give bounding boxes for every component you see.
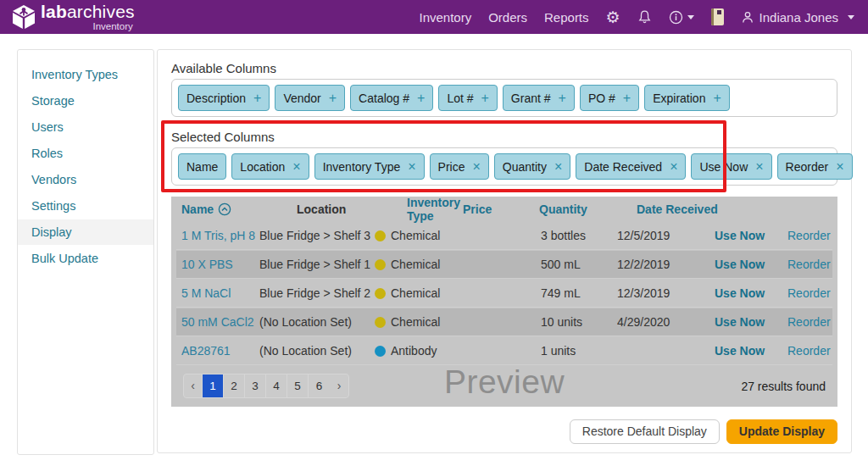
add-icon[interactable]: +	[623, 92, 631, 105]
panel-actions: Restore Default Display Update Display	[171, 419, 837, 444]
reorder-link[interactable]: Reorder	[787, 344, 838, 358]
bell-icon[interactable]	[637, 9, 652, 25]
nav-link[interactable]: Orders	[488, 10, 527, 25]
brand-subtitle: Inventory	[41, 22, 135, 32]
add-icon[interactable]: +	[417, 92, 425, 105]
chip-label: Expiration	[653, 92, 705, 105]
column-header[interactable]: Location	[297, 202, 407, 216]
add-icon[interactable]: +	[329, 92, 337, 105]
inventory-type-cell: Chemical	[375, 258, 485, 271]
location-cell: (No Location Set)	[259, 344, 375, 358]
available-columns-box: Description + Vendor + Catalog # + Lot #…	[171, 79, 837, 117]
update-display-button[interactable]: Update Display	[726, 419, 837, 444]
selected-column-chip[interactable]: Inventory Type ×	[314, 153, 425, 180]
nav-link[interactable]: Reports	[544, 10, 589, 25]
column-header[interactable]: Inventory Type	[407, 196, 463, 223]
remove-icon[interactable]: ×	[554, 160, 562, 174]
use-now-link[interactable]: Use Now	[715, 344, 787, 358]
chip-label: Lot #	[447, 92, 473, 105]
add-icon[interactable]: +	[253, 92, 261, 105]
remove-icon[interactable]: ×	[408, 160, 415, 174]
chip-label: Inventory Type	[323, 160, 401, 174]
page-button[interactable]: 6	[309, 374, 330, 397]
item-name-link[interactable]: 5 M NaCl	[181, 286, 259, 300]
page-button[interactable]: 2	[224, 374, 245, 397]
item-name-link[interactable]: 1 M Tris, pH 8	[181, 229, 259, 242]
top-bar: labarchives Inventory InventoryOrdersRep…	[0, 0, 868, 34]
reorder-link[interactable]: Reorder	[787, 315, 838, 329]
column-header[interactable]: Name	[181, 202, 297, 216]
info-menu[interactable]	[669, 10, 694, 25]
inventory-type-cell: Chemical	[375, 286, 485, 300]
use-now-link[interactable]: Use Now	[715, 286, 787, 300]
page-prev-button[interactable]: ‹	[184, 374, 203, 397]
selected-column-chip[interactable]: Use Now ×	[691, 153, 771, 180]
sort-ascending-icon[interactable]	[218, 202, 231, 216]
selected-column-chip[interactable]: Name ×	[178, 153, 226, 180]
remove-icon[interactable]: ×	[836, 160, 843, 174]
use-now-link[interactable]: Use Now	[715, 229, 787, 242]
selected-column-chip[interactable]: Price ×	[430, 153, 489, 180]
brand-name: labarchives	[41, 3, 135, 20]
user-icon	[741, 10, 754, 25]
column-header[interactable]: Quantity	[539, 202, 637, 216]
nav-link[interactable]: Inventory	[419, 10, 471, 25]
available-column-chip[interactable]: Expiration +	[644, 85, 730, 111]
remove-icon[interactable]: ×	[670, 160, 677, 174]
page-button[interactable]: 1	[203, 374, 224, 397]
chip-label: Price	[438, 160, 465, 174]
chip-label: Quantity	[503, 160, 547, 174]
sidebar-item[interactable]: Vendors	[18, 167, 153, 192]
selected-columns-box: Name × Location × Inventory Type × Price…	[171, 147, 837, 186]
sidebar-item[interactable]: Roles	[18, 141, 153, 166]
use-now-link[interactable]: Use Now	[715, 315, 787, 329]
sidebar-item[interactable]: Bulk Update	[18, 246, 153, 271]
date-received-cell: 12/3/2019	[617, 286, 715, 300]
sidebar-item[interactable]: Storage	[18, 88, 153, 114]
quantity-cell: 500 mL	[541, 258, 617, 271]
table-row: 1 M Tris, pH 8 Blue Fridge > Shelf 3 Che…	[176, 222, 832, 250]
remove-icon[interactable]: ×	[472, 160, 480, 174]
reorder-link[interactable]: Reorder	[787, 286, 838, 300]
remove-icon[interactable]: ×	[292, 160, 300, 174]
display-settings-panel: Available Columns Description + Vendor +…	[157, 49, 852, 453]
available-column-chip[interactable]: Vendor +	[275, 85, 345, 111]
add-icon[interactable]: +	[481, 92, 489, 105]
item-name-link[interactable]: 50 mM CaCl2	[181, 315, 259, 329]
available-column-chip[interactable]: Catalog # +	[350, 85, 433, 111]
available-column-chip[interactable]: Description +	[178, 85, 270, 111]
user-menu[interactable]: Indiana Jones	[741, 10, 854, 25]
sidebar-item[interactable]: Inventory Types	[18, 62, 153, 87]
selected-column-chip[interactable]: Location ×	[231, 153, 309, 180]
reorder-link[interactable]: Reorder	[787, 229, 838, 242]
reorder-link[interactable]: Reorder	[787, 258, 838, 271]
add-icon[interactable]: +	[713, 92, 721, 105]
selected-column-chip[interactable]: Reorder ×	[777, 153, 853, 180]
notebook-icon[interactable]	[711, 8, 724, 25]
item-name-link[interactable]: 10 X PBS	[181, 258, 259, 271]
item-name-link[interactable]: AB28761	[181, 344, 259, 358]
sidebar-item[interactable]: Display	[18, 219, 153, 245]
remove-icon[interactable]: ×	[755, 160, 763, 174]
sidebar-item[interactable]: Settings	[18, 193, 153, 219]
table-row: AB28761 (No Location Set) Antibody 1 uni…	[176, 337, 832, 365]
available-column-chip[interactable]: Lot # +	[438, 85, 497, 111]
gear-icon[interactable]: ⚙	[606, 9, 620, 25]
selected-column-chip[interactable]: Quantity ×	[494, 153, 570, 180]
restore-default-button[interactable]: Restore Default Display	[570, 419, 720, 444]
date-received-cell: 12/5/2019	[617, 229, 715, 242]
column-header[interactable]: Date Received	[637, 202, 718, 216]
use-now-link[interactable]: Use Now	[715, 258, 787, 271]
sidebar-item[interactable]: Users	[18, 114, 153, 140]
type-color-dot	[375, 346, 386, 357]
page-button[interactable]: 3	[245, 374, 266, 397]
add-icon[interactable]: +	[559, 92, 566, 105]
selected-column-chip[interactable]: Date Received ×	[576, 153, 686, 180]
column-header[interactable]: Price	[463, 202, 539, 216]
available-column-chip[interactable]: PO # +	[580, 85, 639, 111]
preview-table-header: Name Location	[171, 197, 837, 222]
page-next-button[interactable]: ›	[330, 374, 348, 397]
page-button[interactable]: 5	[287, 374, 309, 397]
available-column-chip[interactable]: Grant # +	[503, 85, 575, 111]
page-button[interactable]: 4	[266, 374, 287, 397]
